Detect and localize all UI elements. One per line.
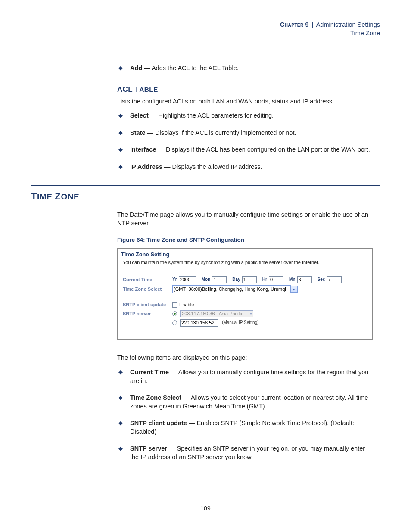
sec-label: Sec	[318, 277, 325, 282]
list-item: IP Address — Displays the allowed IP add…	[117, 163, 374, 171]
label-current-time: Current Time	[123, 275, 172, 284]
desc: — Displays if the ACL has been configure…	[156, 146, 370, 153]
term: SNTP client update	[130, 420, 187, 426]
enable-label: Enable	[179, 302, 194, 307]
header-rule	[31, 40, 380, 40]
enable-checkbox[interactable]	[172, 302, 177, 308]
term: IP Address	[130, 163, 162, 170]
term: Current Time	[130, 369, 169, 376]
chevron-down-icon[interactable]: ▾	[290, 286, 298, 293]
sntp-preset-select[interactable]: 203.117.180.36 - Asia Pacific	[180, 310, 253, 317]
chapter-label: Chapter	[280, 21, 304, 28]
chapter-title: Administration Settings	[316, 21, 380, 28]
time-zone-heading: TIME ZONE	[31, 190, 380, 203]
day-input[interactable]	[242, 276, 257, 283]
term: Interface	[130, 146, 156, 153]
mon-label: Mon	[202, 277, 211, 282]
page-footer: – 109 –	[0, 504, 411, 513]
acl-bullet-list: Select — Highlights the ACL parameters f…	[117, 112, 374, 171]
tz-intro: The Date/Time page allows you to manuall…	[117, 211, 374, 227]
day-label: Day	[232, 277, 240, 282]
yr-input[interactable]	[179, 276, 196, 283]
screenshot-desc: You can maintain the system time by sync…	[123, 259, 367, 266]
dash: –	[215, 505, 218, 512]
page-number: 109	[198, 505, 213, 512]
term: State	[130, 129, 145, 136]
term: Select	[130, 112, 149, 119]
figure-label: Figure 64: Time Zone and SNTP Configurat…	[117, 236, 374, 244]
list-item: SNTP server — Specifies an SNTP server i…	[117, 445, 374, 461]
list-item: Time Zone Select — Allows you to select …	[117, 394, 374, 411]
acl-table-heading: ACL TABLE	[117, 85, 374, 95]
running-head: Chapter 9 | Administration Settings Time…	[31, 21, 380, 37]
desc: — Adds the ACL to the ACL Table.	[142, 65, 239, 72]
section-rule	[31, 185, 380, 186]
screenshot-title: Time Zone Setting	[118, 249, 372, 259]
hr-label: Hr	[262, 277, 267, 282]
label-tz-select: Time Zone Select	[123, 284, 172, 294]
chapter-number: 9	[305, 21, 309, 28]
dash: –	[193, 505, 196, 512]
screenshot-timezone: Time Zone Setting You can maintain the s…	[117, 248, 373, 340]
acl-intro: Lists the configured ACLs on both LAN an…	[117, 97, 374, 106]
add-bullet-list: Add — Adds the ACL to the ACL Table.	[117, 64, 374, 73]
mon-input[interactable]	[212, 276, 227, 283]
chapter-subtitle: Time Zone	[350, 30, 380, 37]
mn-input[interactable]	[297, 276, 312, 283]
desc: — Highlights the ACL parameters for edit…	[149, 112, 274, 119]
list-item: Current Time — Allows you to manually co…	[117, 368, 374, 385]
manual-ip-note: (Manual IP Setting)	[222, 320, 258, 325]
list-item: Select — Highlights the ACL parameters f…	[117, 112, 374, 120]
term: SNTP server	[130, 445, 167, 452]
hr-input[interactable]	[269, 276, 283, 283]
label-sntp-server: SNTP server	[123, 309, 172, 318]
mn-label: Mn	[289, 277, 295, 282]
term: Add	[130, 65, 142, 72]
list-item: Interface — Displays if the ACL has been…	[117, 146, 374, 154]
current-time-fields: Yr Mon Day Hr Mn Sec	[172, 275, 346, 284]
sntp-manual-ip-input[interactable]	[180, 319, 218, 327]
page-items-list: Current Time — Allows you to manually co…	[117, 368, 374, 462]
post-figure-intro: The following items are displayed on thi…	[117, 354, 374, 362]
yr-label: Yr	[172, 277, 177, 282]
sep: |	[311, 21, 315, 28]
sec-input[interactable]	[327, 276, 342, 283]
list-item: SNTP client update — Enables SNTP (Simpl…	[117, 419, 374, 436]
sntp-manual-radio[interactable]	[172, 320, 177, 325]
desc: — Displays if the ACL is currently imple…	[145, 129, 296, 136]
label-sntp-update: SNTP client update	[123, 300, 172, 309]
desc: — Displays the allowed IP address.	[162, 163, 262, 170]
sntp-preset-radio[interactable]	[172, 311, 177, 316]
tz-select[interactable]	[172, 285, 291, 293]
term: Time Zone Select	[130, 394, 181, 401]
list-item: State — Displays if the ACL is currently…	[117, 129, 374, 137]
list-item: Add — Adds the ACL to the ACL Table.	[117, 64, 374, 73]
